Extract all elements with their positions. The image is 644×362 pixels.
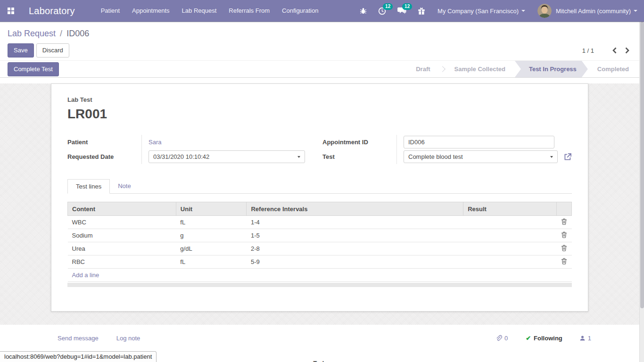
tab-test-lines[interactable]: Test lines — [67, 179, 110, 194]
status-step-sample-collected[interactable]: Sample Collected — [445, 61, 515, 77]
pager-next-icon[interactable] — [625, 47, 630, 54]
cell-reference[interactable]: 5-9 — [247, 255, 463, 269]
gift-icon[interactable] — [418, 7, 425, 15]
test-select[interactable]: Complete blood test — [404, 150, 558, 163]
followers-button[interactable]: 1 — [579, 335, 591, 342]
cell-reference[interactable]: 1-4 — [247, 216, 463, 229]
statusbar: Complete Test Draft Sample Collected Tes… — [0, 60, 644, 78]
log-note-button[interactable]: Log note — [116, 335, 140, 342]
form-view-background: Lab Test LR001 Patient Sara Requested Da… — [0, 83, 644, 325]
field-grid: Patient Sara Requested Date 03/31/2020 1… — [67, 135, 572, 164]
following-button[interactable]: ✔ Following — [526, 335, 562, 342]
add-line-row: Add a line — [68, 269, 572, 282]
breadcrumb-parent[interactable]: Lab Request — [8, 29, 56, 38]
attachments-button[interactable]: 0 — [495, 334, 508, 342]
field-row-patient: Patient Sara — [67, 135, 317, 149]
debug-bug-icon[interactable] — [360, 7, 367, 15]
activities-button[interactable]: 12 — [378, 7, 386, 15]
appointment-id-label: Appointment ID — [322, 135, 397, 149]
external-link-icon[interactable] — [563, 153, 572, 161]
pager-previous-icon[interactable] — [612, 47, 617, 54]
send-message-button[interactable]: Send message — [58, 335, 99, 342]
activities-badge: 12 — [383, 3, 393, 10]
header-reference-intervals[interactable]: Reference Intervals — [247, 202, 463, 216]
table-scrollbar[interactable] — [67, 283, 572, 287]
company-switcher[interactable]: My Company (San Francisco) — [438, 8, 525, 15]
cell-unit[interactable]: fL — [176, 255, 247, 269]
avatar — [537, 4, 552, 18]
header-unit[interactable]: Unit — [176, 202, 247, 216]
nav-item-appointments[interactable]: Appointments — [126, 0, 176, 22]
person-icon — [579, 335, 586, 341]
add-a-line-link[interactable]: Add a line — [72, 272, 99, 279]
field-row-appointment-id: Appointment ID — [322, 135, 572, 149]
user-menu[interactable]: Mitchell Admin (community) — [537, 4, 637, 18]
nav-right: 12 12 My Company (San Francisco) Mitchel… — [348, 4, 644, 18]
field-column-left: Patient Sara Requested Date 03/31/2020 1… — [67, 135, 317, 164]
appointment-id-input[interactable] — [404, 136, 554, 148]
cell-reference[interactable]: 1-5 — [247, 229, 463, 242]
today-label: Today — [307, 360, 336, 362]
form-sheet: Lab Test LR001 Patient Sara Requested Da… — [51, 83, 588, 312]
screen: Laboratory Patient Appointments Lab Requ… — [0, 0, 644, 362]
sheet-label: Lab Test — [67, 96, 572, 103]
cell-result[interactable] — [463, 242, 557, 255]
save-button[interactable]: Save — [8, 43, 34, 58]
breadcrumb-separator: / — [60, 29, 62, 38]
cell-result[interactable] — [463, 255, 557, 269]
breadcrumb-current: ID006 — [66, 29, 89, 38]
cell-unit[interactable]: fL — [176, 216, 247, 229]
header-actions — [556, 202, 571, 216]
cell-unit[interactable]: g/dL — [176, 242, 247, 255]
table-row: Sodium g 1-5 — [68, 229, 572, 242]
discard-button[interactable]: Discard — [36, 43, 69, 58]
cell-result[interactable] — [463, 229, 557, 242]
nav-item-configuration[interactable]: Configuration — [276, 0, 324, 22]
nav-item-referrals-from[interactable]: Referrals From — [223, 0, 276, 22]
cell-result[interactable] — [463, 216, 557, 229]
requested-date-input[interactable]: 03/31/2020 10:10:42 — [149, 150, 305, 163]
status-step-draft[interactable]: Draft — [406, 61, 439, 77]
breadcrumb: Lab Request / ID006 — [8, 28, 636, 39]
pager: 1 / 1 — [582, 47, 636, 54]
messages-button[interactable]: 12 — [397, 7, 406, 15]
apps-menu-icon[interactable] — [8, 8, 15, 15]
cell-reference[interactable]: 2-8 — [247, 242, 463, 255]
control-panel: Lab Request / ID006 Save Discard 1 / 1 — [0, 22, 644, 60]
chevron-right-icon — [439, 66, 446, 72]
nav-item-lab-request[interactable]: Lab Request — [176, 0, 223, 22]
cell-content[interactable]: RBC — [68, 255, 176, 269]
field-row-test: Test Complete blood test — [322, 149, 572, 164]
trash-icon[interactable] — [561, 258, 567, 264]
patient-value-link[interactable]: Sara — [149, 139, 161, 146]
app-title[interactable]: Laboratory — [29, 6, 75, 16]
trash-icon[interactable] — [561, 218, 567, 225]
test-lines-table: Content Unit Reference Intervals Result … — [67, 202, 572, 282]
cell-content[interactable]: Urea — [68, 242, 176, 255]
table-row: WBC fL 1-4 — [68, 216, 572, 229]
check-icon: ✔ — [526, 335, 531, 342]
vertical-scrollbar[interactable] — [639, 22, 644, 362]
trash-icon[interactable] — [561, 231, 567, 238]
field-column-right: Appointment ID Test Complete blood test — [322, 135, 572, 164]
header-content[interactable]: Content — [68, 202, 176, 216]
messages-badge: 12 — [402, 3, 412, 10]
trash-icon[interactable] — [561, 245, 567, 251]
status-step-completed[interactable]: Completed — [588, 61, 638, 77]
browser-status-tooltip: localhost:8069/web?debug=1#id=1&model=la… — [0, 351, 157, 362]
cell-content[interactable]: WBC — [68, 216, 176, 229]
nav-item-patient[interactable]: Patient — [95, 0, 126, 22]
status-step-test-in-progress[interactable]: Test In Progress — [515, 61, 588, 77]
complete-test-button[interactable]: Complete Test — [8, 62, 59, 76]
test-label: Test — [322, 149, 397, 164]
chevron-down-icon — [521, 10, 525, 12]
scrollbar-thumb[interactable] — [640, 22, 644, 308]
pager-value[interactable]: 1 / 1 — [582, 47, 594, 54]
tab-note[interactable]: Note — [110, 179, 139, 194]
paperclip-icon — [495, 334, 502, 342]
status-steps: Draft Sample Collected Test In Progress … — [406, 61, 644, 77]
header-result[interactable]: Result — [463, 202, 557, 216]
cell-content[interactable]: Sodium — [68, 229, 176, 242]
cell-unit[interactable]: g — [176, 229, 247, 242]
table-row: RBC fL 5-9 — [68, 255, 572, 269]
